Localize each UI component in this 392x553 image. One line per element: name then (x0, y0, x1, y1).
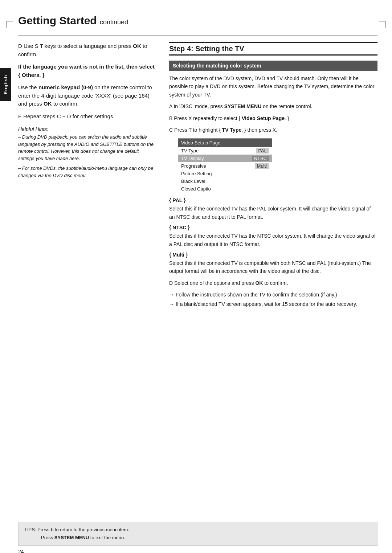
multi-title: { Multi } (169, 252, 377, 258)
step-d-right-letter: D (169, 280, 174, 286)
step-b-letter: B (169, 115, 174, 121)
tips-prefix: TIPS: (24, 527, 36, 532)
keypad-text3: to confirm. (52, 101, 79, 107)
menu-val-tvtype: PAL (256, 148, 269, 153)
menu-label-picsetting: Picture Setting (181, 171, 212, 176)
ntsc-title: { NTSC } (169, 225, 377, 230)
menu-row-tvdisplay: TV Display NTSC (178, 155, 272, 162)
menu-row-blacklevel: Black Level (178, 177, 272, 185)
step-a-letter: A (169, 103, 173, 109)
step-b-text1: Press X repeatedly to select { (174, 115, 242, 121)
menu-row-picsetting: Picture Setting (178, 170, 272, 177)
right-step-c: C Press T to highlight { TV Type, } then… (169, 126, 377, 134)
section-title: Step 4: Setting the TV (169, 42, 377, 56)
tips-system-menu-bold: SYSTEM MENU (54, 535, 89, 540)
right-column: Step 4: Setting the TV Selecting the mat… (169, 42, 377, 310)
menu-label-tvtype: TV Type (181, 148, 199, 153)
title-continued: continued (100, 19, 128, 26)
keypad-instruction: Use the numeric keypad (0-9) on the remo… (18, 83, 156, 108)
menu-label-tvdisplay: TV Display (181, 156, 204, 161)
menu-label-blacklevel: Black Level (181, 179, 205, 184)
tips-line2-prefix: Press (41, 535, 54, 540)
tips-line2-indent: Press SYSTEM MENU to exit the menu. (24, 535, 125, 540)
step-d-ok1: OK (133, 43, 141, 49)
right-step-a: A In 'DISC' mode, press SYSTEM MENU on t… (169, 102, 377, 110)
left-step-d: D Use S T keys to select a language and … (18, 42, 156, 58)
menu-val-tvdisplay: NTSC (252, 156, 269, 161)
multi-text: Select this if the connected TV is compa… (169, 259, 377, 275)
keypad-text-prefix: Use the (18, 84, 38, 90)
menu-row-progressive: Progressive Multi (178, 162, 272, 170)
page-number: 24 (18, 549, 24, 553)
ntsc-bold: NTSC (172, 225, 186, 230)
corner-tr (379, 21, 385, 28)
step-a-text1: In 'DISC' mode, press (173, 103, 224, 109)
step-a-bold: SYSTEM MENU (224, 103, 262, 109)
title-text: Getting Started (18, 15, 97, 26)
english-tab-label: English (3, 75, 8, 94)
left-step-e: E Repeat steps C ~ D for other settings. (18, 112, 156, 121)
step-c-bold: TV Type (222, 127, 241, 133)
menu-box: Video Setu p Page TV Type PAL TV Display… (178, 138, 272, 193)
page-title: Getting Started continued (18, 15, 377, 28)
english-tab: English (0, 68, 11, 101)
step-d-letter: D (18, 43, 24, 49)
menu-label-progressive: Progressive (181, 163, 206, 169)
step-e-letter: E (18, 113, 23, 119)
keypad-bold: numeric keypad (0-9) (38, 84, 93, 90)
step-e-text: Repeat steps C ~ D for other settings. (23, 113, 114, 119)
tips-line1: Press b to return to the previous menu i… (37, 527, 129, 532)
hint2: – For some DVDs, the subtitle/audio/menu… (18, 165, 156, 179)
ntsc-underline: NTSC (172, 225, 186, 230)
helpful-hints: Helpful Hints: – During DVD playback, yo… (18, 126, 156, 179)
title-rule (18, 36, 377, 36)
step-d-text1: Use S T keys to select a language and pr… (24, 43, 133, 49)
step-c-text1: Press T to highlight { (174, 127, 222, 133)
pal-bold: PAL (172, 197, 182, 203)
menu-label-closedcaption: Closed Captio (181, 186, 211, 192)
bold-instruction: If the language you want is not in the l… (18, 63, 156, 79)
step-d-right-bold: OK (255, 280, 263, 286)
step-b-bold: Video Setup Page (242, 115, 285, 121)
hint-title: Helpful Hints: (18, 126, 156, 132)
menu-row-tvtype: TV Type PAL (178, 147, 272, 155)
page-container: English Getting Started continued D Use … (0, 15, 392, 553)
menu-header: Video Setu p Page (178, 139, 272, 147)
content-area: Getting Started continued D Use S T keys… (18, 15, 377, 310)
right-step-b: B Press X repeatedly to select { Video S… (169, 114, 377, 122)
tips-bar: TIPS: Press b to return to the previous … (18, 522, 377, 546)
arrow-item-2: If a blank/distorted TV screen appears, … (169, 300, 377, 308)
left-column: D Use S T keys to select a language and … (18, 42, 156, 310)
step-a-text2: on the remote control. (261, 103, 312, 109)
hint1: – During DVD playback, you can switch th… (18, 134, 156, 162)
multi-bold: Multi (172, 252, 184, 258)
tips-line2-suffix: to exit the menu. (89, 535, 125, 540)
right-step-d: D Select one of the options and press OK… (169, 279, 377, 287)
corner-tl (7, 21, 13, 28)
pal-title: { PAL } (169, 197, 377, 203)
keypad-ok2: OK (44, 101, 52, 107)
step-d-right-text1: Select one of the options and press (174, 280, 255, 286)
step-b-text2: . } (285, 115, 289, 121)
ntsc-text: Select this if the connected TV has the … (169, 232, 377, 248)
bold-instruction-text: If the language you want is not in the l… (18, 64, 155, 78)
step-c-letter: C (169, 127, 174, 133)
menu-row-closedcaption: Closed Captio (178, 185, 272, 193)
step-d-right-text2: to confirm. (263, 280, 288, 286)
step-c-text2: , } then press X. (241, 127, 277, 133)
intro-text: The color system of the DVD system, DVD … (169, 74, 377, 99)
subsection-header: Selecting the matching color system (169, 61, 377, 71)
arrow-item-1: Follow the instructions shown on the TV … (169, 291, 377, 299)
menu-val-progressive: Multi (255, 163, 269, 169)
pal-text: Select this if the connected TV has the … (169, 205, 377, 221)
two-col-layout: D Use S T keys to select a language and … (18, 42, 377, 310)
